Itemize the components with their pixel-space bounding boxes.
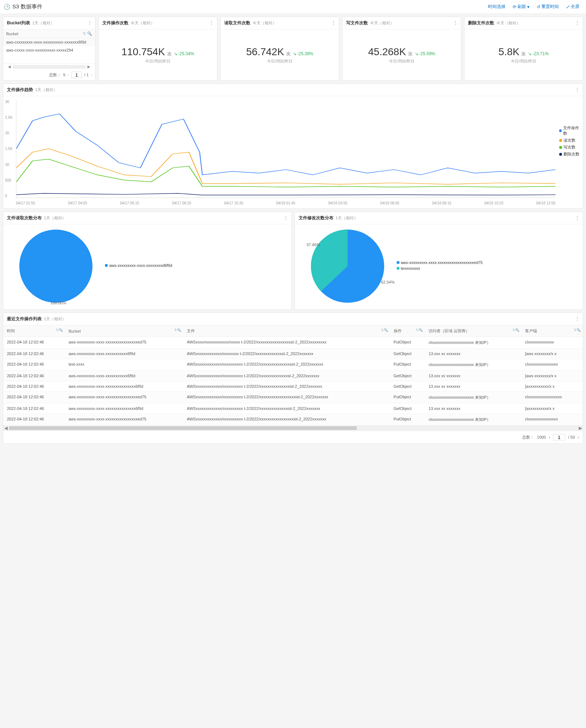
reset-time-button[interactable]: ↺重置时间: [534, 2, 562, 11]
cell-visitor: clouxxxxxxxxxxxxxxxxxxx 未知IP）: [425, 359, 521, 371]
cell-time: 2022-04-18 12:02:46: [3, 392, 65, 403]
more-icon[interactable]: [87, 20, 92, 26]
header-actions: 时间选择 ⟳刷新 ▾ ↺重置时间 ⤢全屏: [485, 2, 582, 11]
cell-visitor: clouxxxxxxxxxxxxxxxxxxx 未知IP）: [425, 392, 521, 403]
cell-visitor: clouxxxxxxxxxxxxxxxxxxx 未知IP）: [425, 337, 521, 349]
cell-visitor: clouxxxxxxxxxxxxxxxxxxx 未知IP）: [425, 414, 521, 426]
cell-file: AWSxxxxxxxxxxxxx/xxxxxxxxxx t-2/2022/xxx…: [183, 414, 390, 426]
table-row[interactable]: 2022-04-18 12:02:46aws-xxxxxxxxx-xxxx-xx…: [3, 371, 583, 381]
table-pager: 总数： 1000 ‹ / 50 ›: [3, 431, 583, 443]
more-icon[interactable]: [575, 215, 580, 221]
table-row[interactable]: 2022-04-18 12:02:46aws-xxxxxxxxx-xxxx-xx…: [3, 414, 583, 426]
cell-visitor: 13.xxx xx xxxxxxx: [425, 381, 521, 392]
trend-legend: 文件操作数 读次数 写次数 删除次数: [557, 96, 583, 207]
cell-time: 2022-04-18 12:02:46: [3, 414, 65, 426]
col-bucket[interactable]: Bucket⇅🔍: [65, 325, 183, 337]
pager-prev-icon[interactable]: ‹: [67, 73, 69, 77]
more-icon[interactable]: [331, 20, 336, 26]
col-client[interactable]: 客户端⇅🔍: [521, 325, 583, 337]
cell-bucket: test-xxxx: [65, 359, 183, 371]
table-row[interactable]: 2022-04-18 12:02:46aws-xxxxxxxxx-xxxx-xx…: [3, 381, 583, 392]
cell-file: AWSxxxxxxxxxxxxx/xxxxxxxx t-2/2022/xxxxx…: [183, 349, 390, 359]
more-icon[interactable]: [283, 215, 288, 221]
col-visitor[interactable]: 访问者（区域 运营商）⇅🔍: [425, 325, 521, 337]
trend-down-icon: ↘-25.34%: [174, 51, 194, 56]
cell-bucket: aws-xxxxxxxxx-xxxx-xxxxxxxxxxx6f9d: [65, 349, 183, 359]
metric-read-ops: 读取文件次数今天（相对） 56.742K次↘-25.38% 今日/同比昨日: [220, 17, 339, 81]
fullscreen-button[interactable]: ⤢全屏: [563, 2, 582, 11]
cell-file: AWSxxxx/xxxxxxxxxxxx/xxxxx t-2/2022/xxxx…: [183, 337, 390, 349]
page-title: 🕒 S3 数据事件: [4, 3, 42, 10]
cell-file: AWSxxxxxxxxxxxxx/xxxxxxxxxx t-2/2022/xxx…: [183, 381, 390, 392]
x-axis: 04/17 01:5504/17 04:0504/17 06:1504/17 0…: [16, 201, 556, 205]
more-icon[interactable]: [575, 20, 580, 26]
cell-time: 2022-04-18 12:02:46: [3, 337, 65, 349]
bucket-pager: 总数： 5 ‹ / 1 ›: [3, 69, 95, 80]
cell-op: PutObject: [390, 359, 425, 371]
cell-client: clxxxxxxxxxxxxxxx: [521, 414, 583, 426]
pager-next-icon[interactable]: ›: [91, 73, 92, 77]
col-time[interactable]: 时间⇅🔍: [3, 325, 65, 337]
pie-modify-panel: 文件修改次数分布1天（相对） 37.46% 62.54% aws-xxxxxxx…: [295, 212, 583, 310]
pager-page-input[interactable]: [553, 434, 565, 440]
pie-legend: aws-xxxxxxxxx-xxxx-xxxxxxxxxxxxxxxxxxed7…: [386, 260, 579, 272]
refresh-icon: ⟳: [513, 4, 516, 9]
cell-time: 2022-04-18 12:02:46: [3, 359, 65, 371]
sort-search-icon[interactable]: ⇅ 🔍: [83, 31, 92, 36]
refresh-button[interactable]: ⟳刷新 ▾: [510, 2, 532, 11]
cell-file: AWSxxxxxxxxxxxxx/xxxxxxxxxx t-2/2022/xxx…: [183, 392, 390, 403]
trend-down-icon: ↘-25.38%: [293, 51, 314, 56]
cell-client: clxxxxxxxxxxxxxxxxx: [521, 392, 583, 403]
col-op[interactable]: 操作⇅🔍: [390, 325, 425, 337]
col-file[interactable]: 文件⇅🔍: [183, 325, 390, 337]
pie-legend: aws-xxxxxxxxx-xxxx-xxxxxxxxd6f9d: [94, 263, 288, 269]
top-row: Bucket列表 1天（相对） Bucket ⇅ 🔍 aws-cxxxxxxxx…: [3, 17, 583, 81]
cell-visitor: 13.xxx xx xxxxxxx: [425, 349, 521, 359]
table-row[interactable]: 2022-04-18 12:02:46aws-xxxxxxxxx-xxxx-xx…: [3, 349, 583, 359]
pie-modify-chart[interactable]: 37.46% 62.54%: [310, 228, 386, 304]
table-row[interactable]: 2022-04-18 12:02:46aws-xxxxxxxxx-xxxx-xx…: [3, 403, 583, 414]
cell-visitor: 13.xxx xx xxxxxxx: [425, 403, 521, 414]
cell-op: GetObject: [390, 403, 425, 414]
pager-page-input[interactable]: [71, 72, 82, 78]
trend-down-icon: ↘-23.71%: [528, 51, 549, 56]
horizontal-scrollbar[interactable]: ◀ ▶: [3, 64, 95, 69]
bucket-list[interactable]: aws-cxxxxxxxx-xxxx-xxxxxxxxxx-xxxxxxx6f9…: [3, 38, 95, 64]
pager-next-icon[interactable]: ›: [578, 435, 579, 439]
table-row[interactable]: 2022-04-18 12:02:46test-xxxxAWSxxxxxxxxx…: [3, 359, 583, 371]
fullscreen-icon: ⤢: [566, 4, 570, 9]
table-row[interactable]: 2022-04-18 12:02:46aws-xxxxxxxxx-xxxx-xx…: [3, 392, 583, 403]
pie-read-chart[interactable]: 100.00%: [18, 228, 94, 304]
more-icon[interactable]: [575, 316, 580, 322]
table-row[interactable]: 2022-04-18 12:02:46aws-xxxxxxxxx-xxxx-xx…: [3, 337, 583, 349]
metric-write-ops: 写文件次数今天（相对） 45.268K次↘-25.59% 今日/同比昨日: [342, 17, 461, 81]
time-select-button[interactable]: 时间选择: [485, 2, 508, 11]
metric-value: 56.742K: [246, 46, 284, 58]
cell-client: [aws xxxxxxxx/x x: [521, 371, 583, 381]
table-header-row: 时间⇅🔍 Bucket⇅🔍 文件⇅🔍 操作⇅🔍 访问者（区域 运营商）⇅🔍 客户…: [3, 325, 583, 337]
cell-client: [aws xxxxxxxx/x x: [521, 349, 583, 359]
more-icon[interactable]: [575, 87, 580, 93]
more-icon[interactable]: [453, 20, 458, 26]
scroll-left-icon[interactable]: ◀: [6, 65, 13, 69]
cell-op: PutObject: [390, 337, 425, 349]
scroll-left-icon[interactable]: ◀: [3, 426, 8, 431]
cell-bucket: aws-xxxxxxxxx-xxxx-xxxxxxxxxxxxxxx6f9d: [65, 381, 183, 392]
more-icon[interactable]: [209, 20, 214, 26]
scroll-right-icon[interactable]: ▶: [578, 426, 583, 431]
cell-file: AWSxxxxxxxxxxxxx/xxxxxxxxxx t-2/2022/xxx…: [183, 403, 390, 414]
pager-prev-icon[interactable]: ‹: [549, 435, 550, 439]
panel-subtitle: 1天（相对）: [32, 20, 54, 26]
trend-down-icon: ↘-25.59%: [415, 51, 435, 56]
trend-chart[interactable]: 3K2.5K2K1.5K1K5000 04/17 01:5504/17 04:0…: [3, 96, 557, 207]
clock-icon: 🕒: [4, 4, 11, 10]
bucket-item[interactable]: aws-cxxxxxxxx-xxxx-xxxxxxxxxx-xxxxxxx6f9…: [3, 38, 95, 46]
panel-title: Bucket列表: [7, 20, 30, 26]
cell-bucket: aws-xxxxxxxxx-xxxx-xxxxxxxxxxxxxxx6f9d: [65, 403, 183, 414]
cell-file: AWSxxxxxxxxxxxxx/xxxxxxxxxx t-2/2022/xxx…: [183, 371, 390, 381]
cell-time: 2022-04-18 12:02:46: [3, 403, 65, 414]
bucket-item[interactable]: aws-cxxxx-xxxx-xxxxxxxxxx-xxxxx294: [3, 46, 95, 54]
table-h-scrollbar[interactable]: ◀ ▶: [3, 426, 583, 431]
scroll-right-icon[interactable]: ▶: [86, 65, 92, 69]
chevron-down-icon: ▾: [527, 4, 529, 9]
